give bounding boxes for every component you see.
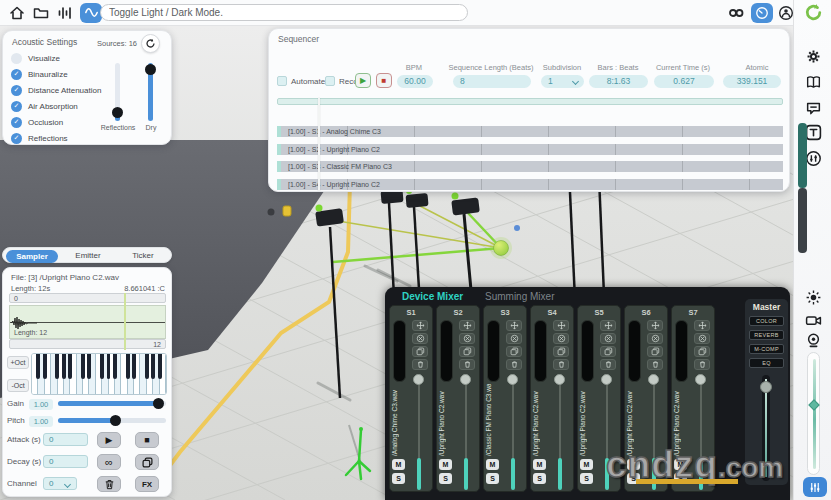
master-fader-thumb[interactable] <box>760 381 772 393</box>
text-tool-icon[interactable] <box>805 124 822 141</box>
scrollbar-thumb[interactable] <box>798 123 807 188</box>
sequence-length-value[interactable]: 8 <box>453 75 531 88</box>
pan-move-button[interactable] <box>459 320 475 331</box>
play-button[interactable]: ▶ <box>355 73 371 88</box>
waveform-button[interactable] <box>80 3 102 23</box>
copy-button[interactable] <box>412 346 428 357</box>
black-key[interactable] <box>107 354 111 379</box>
trash-button[interactable] <box>412 359 428 370</box>
volume-fader-thumb[interactable] <box>554 374 565 385</box>
slider-thumb[interactable] <box>112 107 123 118</box>
volume-fader-thumb[interactable] <box>413 374 424 385</box>
trash-button[interactable] <box>459 359 475 370</box>
black-key[interactable] <box>126 354 130 379</box>
copy-button[interactable] <box>506 346 522 357</box>
binocular-icon[interactable] <box>728 5 744 21</box>
black-key[interactable] <box>62 354 66 379</box>
master-eq-button[interactable]: EQ <box>749 358 784 368</box>
range-end-slider[interactable]: 12 <box>9 339 166 349</box>
mixer-toggle-button[interactable] <box>803 477 827 497</box>
scene-handle-square[interactable] <box>283 206 291 216</box>
pan-move-button[interactable] <box>506 320 522 331</box>
record-checkbox[interactable] <box>325 76 335 86</box>
trash-button[interactable] <box>600 359 616 370</box>
checkbox[interactable] <box>11 69 22 80</box>
folder-icon[interactable] <box>33 5 49 21</box>
checkbox[interactable] <box>11 85 22 96</box>
pan-move-button[interactable] <box>647 320 663 331</box>
comment-icon[interactable] <box>805 100 822 117</box>
checkbox[interactable] <box>11 53 22 64</box>
refresh-sources-button[interactable] <box>141 34 160 53</box>
sequencer-track-row[interactable]: [1.00] - S2 - Upright Piano C2 <box>277 144 783 155</box>
master-mcomp-button[interactable]: M-COMP <box>749 344 784 354</box>
book-icon[interactable] <box>805 74 822 91</box>
mode-toggle-input[interactable] <box>100 4 468 21</box>
pitch-slider[interactable] <box>58 415 166 426</box>
pan-move-button[interactable] <box>600 320 616 331</box>
solo-button[interactable]: S <box>580 473 593 484</box>
solo-button[interactable]: S <box>439 473 452 484</box>
black-key[interactable] <box>158 354 162 379</box>
gain-slider[interactable] <box>58 398 166 409</box>
sequencer-track-row[interactable]: [1.00] - S1 - Analog Chime C3 <box>277 126 783 137</box>
bypass-button[interactable] <box>694 333 710 344</box>
octave-up-button[interactable]: +Oct <box>7 356 29 369</box>
copy-button[interactable] <box>553 346 569 357</box>
home-icon[interactable] <box>9 5 25 21</box>
copy-button[interactable] <box>459 346 475 357</box>
volume-fader-thumb[interactable] <box>695 374 706 385</box>
copy-button[interactable] <box>600 346 616 357</box>
scene-handle-dot[interactable] <box>268 209 275 216</box>
black-key[interactable] <box>113 354 117 379</box>
pan-move-button[interactable] <box>412 320 428 331</box>
tab-ticker[interactable]: Ticker <box>116 248 170 262</box>
black-key[interactable] <box>36 354 40 379</box>
bypass-button[interactable] <box>412 333 428 344</box>
tab-emitter[interactable]: Emitter <box>61 248 115 262</box>
mute-button[interactable]: M <box>439 459 452 470</box>
pan-move-button[interactable] <box>694 320 710 331</box>
solo-button[interactable]: S <box>392 473 405 484</box>
sequence-progress-bar[interactable] <box>277 98 783 105</box>
tune-icon[interactable] <box>805 150 822 167</box>
black-key[interactable] <box>87 354 91 379</box>
trash-button[interactable] <box>647 359 663 370</box>
reset-icon[interactable] <box>803 2 824 23</box>
bypass-button[interactable] <box>600 333 616 344</box>
slider-thumb[interactable] <box>808 399 819 410</box>
acoustic-setting-row[interactable]: Binauralize <box>11 66 101 82</box>
tab-device-mixer[interactable]: Device Mixer <box>402 291 463 302</box>
scrollbar-track[interactable] <box>798 188 807 253</box>
cursor-dot-blue[interactable] <box>514 225 520 231</box>
view-zoom-slider[interactable] <box>807 352 820 475</box>
automate-checkbox[interactable] <box>277 76 287 86</box>
trash-button[interactable] <box>694 359 710 370</box>
volume-fader-thumb[interactable] <box>601 374 612 385</box>
black-key[interactable] <box>151 354 155 379</box>
acoustic-setting-row[interactable]: Air Absorption <box>11 98 101 114</box>
copy-button[interactable] <box>647 346 663 357</box>
black-key[interactable] <box>68 354 72 379</box>
acoustic-setting-row[interactable]: Reflections <box>11 130 101 146</box>
stop-button[interactable]: ■ <box>376 73 392 88</box>
preview-stop-button[interactable]: ■ <box>135 432 159 448</box>
acoustic-setting-row[interactable]: Occlusion <box>11 114 101 130</box>
dry-slider[interactable] <box>148 63 153 121</box>
copy-button[interactable] <box>694 346 710 357</box>
bypass-button[interactable] <box>506 333 522 344</box>
black-key[interactable] <box>81 354 85 379</box>
black-key[interactable] <box>145 354 149 379</box>
playhead-cursor[interactable] <box>318 98 320 192</box>
bpm-value[interactable]: 60.00 <box>397 75 433 88</box>
decay-input[interactable]: 0 <box>43 455 88 468</box>
gear-icon[interactable] <box>805 48 822 65</box>
solo-button[interactable]: S <box>486 473 499 484</box>
mute-button[interactable]: M <box>392 459 405 470</box>
subdivision-select[interactable]: 1 <box>541 75 584 88</box>
tab-summing-mixer[interactable]: Summing Mixer <box>485 291 554 302</box>
channel-select[interactable]: 0 <box>43 477 77 490</box>
octave-down-button[interactable]: -Oct <box>7 379 29 392</box>
reflections-slider[interactable] <box>115 63 120 121</box>
duplicate-button[interactable] <box>135 454 159 470</box>
